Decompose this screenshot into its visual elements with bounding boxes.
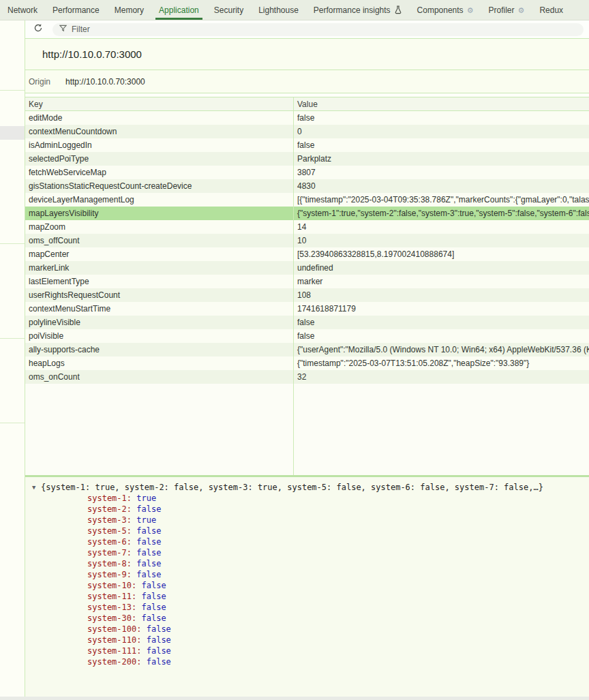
preview-entry-key: system-8: bbox=[87, 559, 136, 568]
table-row[interactable]: mapCenter[53.23940863328815,8.1970024108… bbox=[25, 247, 589, 261]
value-cell: [53.23940863328815,8.197002410888674] bbox=[293, 247, 589, 261]
key-cell: ally-supports-cache bbox=[25, 343, 293, 356]
preview-entry: system-110: false bbox=[25, 635, 589, 645]
table-row[interactable]: selectedPoiTypeParkplatz bbox=[25, 152, 589, 166]
preview-entry-key: system-2: bbox=[87, 504, 136, 514]
sidebar-divider bbox=[0, 90, 25, 91]
refresh-icon bbox=[33, 23, 43, 35]
preview-entry-value: false bbox=[136, 559, 161, 568]
key-cell: selectedPoiType bbox=[25, 152, 293, 166]
column-header-value[interactable]: Value bbox=[293, 97, 589, 110]
preview-entry-key: system-30: bbox=[87, 613, 141, 623]
tab-label: Performance bbox=[52, 5, 100, 15]
tab-lighthouse[interactable]: Lighthouse bbox=[251, 0, 306, 20]
key-cell: oms_onCount bbox=[25, 370, 293, 384]
preview-entry-value: false bbox=[136, 570, 161, 579]
tab-security[interactable]: Security bbox=[207, 0, 251, 20]
preview-entry-value: false bbox=[147, 646, 171, 656]
value-cell: undefined bbox=[293, 261, 589, 275]
key-cell: isAdminLoggedIn bbox=[25, 138, 293, 152]
tab-profiler[interactable]: Profiler⚙ bbox=[481, 0, 532, 20]
key-cell: poiVisible bbox=[25, 329, 293, 343]
tab-label: Performance insights bbox=[314, 5, 391, 15]
preview-entry: system-3: true bbox=[25, 515, 589, 526]
kv-table-header: Key Value bbox=[25, 97, 589, 111]
key-cell: mapCenter bbox=[25, 247, 293, 261]
preview-entry: system-7: false bbox=[25, 547, 589, 558]
key-cell: mapLayersVisibility bbox=[25, 207, 293, 220]
tab-memory[interactable]: Memory bbox=[107, 0, 151, 20]
preview-entry-value: false bbox=[136, 548, 161, 558]
key-cell: markerLink bbox=[25, 261, 293, 275]
table-row[interactable]: oms_onCount32 bbox=[25, 370, 589, 384]
value-cell: 14 bbox=[293, 220, 589, 234]
table-row[interactable]: gisStationsStaticRequestCount-createDevi… bbox=[25, 179, 589, 193]
table-row[interactable]: deviceLayerManagementLog[{"timestamp":"2… bbox=[25, 193, 589, 207]
sidebar-selected-item[interactable] bbox=[0, 126, 25, 140]
preview-entry-value: false bbox=[136, 537, 161, 547]
key-cell: oms_offCount bbox=[25, 234, 293, 247]
tab-performance-insights[interactable]: Performance insights bbox=[306, 0, 410, 20]
preview-entry: system-11: false bbox=[25, 591, 589, 602]
tab-network[interactable]: Network bbox=[0, 0, 45, 20]
preview-entry: system-10: false bbox=[25, 580, 589, 591]
value-cell: Parkplatz bbox=[293, 152, 589, 166]
table-row[interactable]: editModefalse bbox=[25, 111, 589, 125]
tab-components[interactable]: Components⚙ bbox=[410, 0, 481, 20]
preview-entry: system-200: false bbox=[25, 656, 589, 667]
table-row[interactable]: heapLogs{"timestamp":"2025-03-07T13:51:0… bbox=[25, 356, 589, 370]
table-row[interactable]: ally-supports-cache{"userAgent":"Mozilla… bbox=[25, 343, 589, 356]
value-cell: {"timestamp":"2025-03-07T13:51:05.208Z",… bbox=[293, 356, 589, 370]
sidebar-divider bbox=[0, 243, 25, 244]
column-header-key[interactable]: Key bbox=[25, 97, 293, 110]
value-cell: 108 bbox=[293, 288, 589, 302]
preview-entry: system-8: false bbox=[25, 558, 589, 569]
preview-summary-row[interactable]: ▼ {system-1: true, system-2: false, syst… bbox=[25, 482, 589, 493]
table-row[interactable]: mapZoom14 bbox=[25, 220, 589, 234]
table-row[interactable]: contextMenuStartTime1741618871179 bbox=[25, 302, 589, 316]
value-cell: marker bbox=[293, 275, 589, 288]
preview-entry-key: system-10: bbox=[87, 581, 141, 590]
key-cell: polylineVisible bbox=[25, 316, 293, 329]
table-row[interactable]: isAdminLoggedInfalse bbox=[25, 138, 589, 152]
preview-entry-key: system-200: bbox=[87, 657, 147, 667]
preview-entry: system-1: true bbox=[25, 493, 589, 504]
table-row[interactable]: lastElementTypemarker bbox=[25, 275, 589, 288]
tab-application[interactable]: Application bbox=[151, 0, 207, 20]
value-cell: false bbox=[293, 138, 589, 152]
preview-entry: system-9: false bbox=[25, 569, 589, 580]
preview-entry-value: false bbox=[141, 581, 166, 590]
table-row[interactable]: poiVisiblefalse bbox=[25, 329, 589, 343]
tab-label: Lighthouse bbox=[258, 5, 299, 15]
preview-entry-value: false bbox=[147, 635, 171, 645]
refresh-button[interactable] bbox=[31, 22, 46, 37]
expand-caret-icon[interactable]: ▼ bbox=[32, 482, 41, 493]
tab-performance[interactable]: Performance bbox=[45, 0, 107, 20]
table-row[interactable]: mapLayersVisibility{"system-1":true,"sys… bbox=[25, 207, 589, 220]
storage-origin-title-text: http://10.10.0.70:3000 bbox=[42, 48, 142, 60]
key-cell: heapLogs bbox=[25, 356, 293, 370]
preview-entry: system-5: false bbox=[25, 526, 589, 536]
table-row[interactable]: fetchWebServiceMap3807 bbox=[25, 166, 589, 179]
preview-entry-value: false bbox=[141, 603, 166, 612]
key-cell: userRightsRequestCount bbox=[25, 288, 293, 302]
preview-entry-key: system-100: bbox=[87, 624, 147, 634]
key-cell: mapZoom bbox=[25, 220, 293, 234]
table-row[interactable]: userRightsRequestCount108 bbox=[25, 288, 589, 302]
funnel-icon bbox=[59, 25, 67, 34]
table-row[interactable]: markerLinkundefined bbox=[25, 261, 589, 275]
key-cell: lastElementType bbox=[25, 275, 293, 288]
preview-entry-key: system-9: bbox=[87, 570, 136, 579]
devtools-tab-bar: NetworkPerformanceMemoryApplicationSecur… bbox=[0, 0, 589, 20]
preview-summary-text: {system-1: true, system-2: false, system… bbox=[41, 482, 543, 493]
filter-input[interactable]: Filter bbox=[52, 23, 584, 36]
preview-entry-value: false bbox=[136, 504, 161, 514]
table-row[interactable]: oms_offCount10 bbox=[25, 234, 589, 247]
tab-redux[interactable]: Redux bbox=[532, 0, 571, 20]
preview-entry: system-6: false bbox=[25, 536, 589, 547]
preview-entry-key: system-5: bbox=[87, 526, 136, 536]
table-row[interactable]: contextMenuCountdown0 bbox=[25, 125, 589, 138]
table-row[interactable]: polylineVisiblefalse bbox=[25, 316, 589, 329]
key-cell: deviceLayerManagementLog bbox=[25, 193, 293, 207]
key-cell: contextMenuStartTime bbox=[25, 302, 293, 316]
